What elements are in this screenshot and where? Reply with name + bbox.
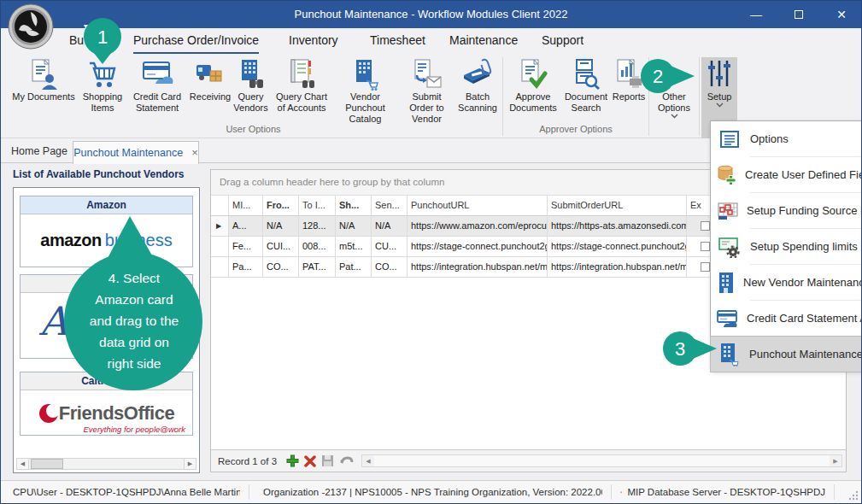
menu-item-new-vendor-maintenance[interactable]: New Vendor Maintenanc	[711, 265, 862, 300]
row-indicator-icon: ▶	[211, 216, 229, 237]
menu-item-setup-spending-limits[interactable]: Setup Spending limits	[711, 229, 862, 264]
submit-order-to-vendor-icon	[410, 57, 444, 91]
setup-sliders-icon	[705, 57, 734, 91]
approve-documents-button[interactable]: Approve Documents	[505, 57, 561, 114]
add-record-icon[interactable]	[286, 454, 299, 467]
grid-header-mi[interactable]: MI...	[229, 196, 263, 216]
cell[interactable]: N/A	[372, 216, 408, 237]
cell[interactable]: m5t...	[336, 237, 372, 257]
cell-punchout-url[interactable]: https://www.amazon.com/eprocur...	[408, 216, 548, 237]
cell[interactable]: 128...	[299, 216, 336, 237]
cell[interactable]: PAT...	[299, 257, 336, 278]
status-separator	[249, 484, 249, 500]
document-search-button[interactable]: Document Search	[561, 57, 611, 114]
vendor-list-title: List of Available Punchout Vendors	[13, 168, 184, 180]
chevron-down-icon	[671, 114, 678, 119]
cell[interactable]: CU...	[372, 237, 408, 257]
menu-item-punchout-maintenance-label: Punchout Maintenance	[749, 348, 862, 360]
cell-punchout-url[interactable]: https://integration.hubspan.net/m...	[408, 257, 548, 278]
maximize-button[interactable]	[788, 8, 810, 21]
approve-documents-icon	[517, 57, 549, 91]
cell-punchout-url[interactable]: https://stage-connect.punchout2g...	[408, 237, 548, 257]
cell[interactable]: N/A	[336, 216, 372, 237]
menu-item-options-label: Options	[750, 132, 789, 145]
submit-order-to-vendor-button[interactable]: Submit Order to Vendor	[399, 57, 454, 125]
vendor-punchout-catalog-button[interactable]: Vendor Punchout Catalog	[331, 57, 399, 125]
cell[interactable]: A...	[229, 216, 263, 237]
scrollbar-thumb[interactable]	[31, 459, 63, 469]
menu-item-setup-funding-source[interactable]: Setup Funding Source Fis	[711, 193, 862, 228]
menu-item-options[interactable]: Options	[711, 121, 862, 156]
chevron-down-icon	[716, 103, 724, 108]
grid-header-submitorderurl[interactable]: SubmitOrderURL	[548, 196, 687, 216]
query-vendors-icon	[235, 57, 267, 91]
menu-item-create-user-defined-field[interactable]: Create User Defined Field	[711, 157, 862, 192]
checkbox[interactable]	[701, 221, 710, 231]
friendsoffice-tagline: Everything for people@work	[84, 425, 185, 434]
tab-close-icon[interactable]: ×	[191, 146, 198, 159]
cell[interactable]: Pat...	[336, 257, 372, 278]
group-label-approver-options: Approver Options	[505, 122, 647, 137]
grid-header-from[interactable]: Fro...	[263, 196, 299, 216]
grid-header-punchouturl[interactable]: PunchoutURL	[408, 196, 548, 216]
cell[interactable]: Fe...	[229, 237, 263, 257]
save-icon[interactable]	[321, 454, 334, 467]
close-button[interactable]: ✕	[830, 8, 853, 21]
checkbox[interactable]	[701, 262, 710, 272]
receiving-label: Receiving	[190, 91, 231, 103]
resize-grip-icon[interactable]	[848, 490, 859, 501]
grid-header-sh[interactable]: Sh...	[336, 196, 372, 216]
query-chart-of-accounts-button[interactable]: Query Chart of Accounts	[272, 57, 331, 114]
cell[interactable]: Pa...	[229, 257, 263, 278]
scroll-right-icon[interactable]: ▶	[830, 455, 841, 466]
grid-hscrollbar[interactable]: ◀ ▶	[361, 454, 842, 467]
status-database: MIP Database Server - DESKTOP-1QSHPDJ	[620, 485, 825, 500]
my-documents-button[interactable]: My Documents	[6, 57, 81, 103]
delete-record-icon[interactable]	[304, 455, 316, 467]
setup-funding-source-icon	[717, 201, 739, 221]
scroll-right-icon[interactable]: ▶	[184, 459, 196, 469]
grid-header-sen[interactable]: Sen...	[372, 196, 408, 216]
vendor-card-amazon-header[interactable]: Amazon	[21, 196, 192, 214]
status-separator	[611, 484, 612, 500]
create-user-defined-field-icon	[717, 164, 737, 186]
receiving-button[interactable]: Receiving	[191, 57, 230, 103]
tab-punchout-maintenance[interactable]: Punchout Maintenance×	[73, 141, 199, 164]
vendor-list-hscrollbar[interactable]: ◀ ▶	[16, 458, 196, 470]
menu-tab-inventory[interactable]: Inventory	[289, 28, 338, 54]
app-logo-icon[interactable]	[8, 3, 55, 54]
minimize-button[interactable]: —	[745, 8, 767, 21]
cell-submitorder-url[interactable]: https://https-ats.amazonsedi.com/...	[548, 216, 687, 237]
submit-order-to-vendor-label: Submit Order to Vendor	[399, 91, 454, 125]
scroll-left-icon[interactable]: ◀	[362, 455, 374, 466]
credit-card-statement-label: Credit Card Statement	[124, 91, 191, 114]
query-vendors-button[interactable]: Query Vendors	[230, 57, 272, 114]
cell[interactable]: N/A	[263, 216, 299, 237]
menu-tab-timesheet[interactable]: Timesheet	[370, 28, 425, 54]
status-user: CPU\User - DESKTOP-1QSHPDJ\Anna Belle Ma…	[8, 485, 240, 500]
menu-item-punchout-maintenance[interactable]: Punchout Maintenance	[711, 337, 862, 372]
credit-card-statement-button[interactable]: Credit Card Statement	[124, 57, 191, 114]
grid-header-to[interactable]: To I...	[299, 196, 336, 216]
tab-home-page[interactable]: Home Page	[8, 141, 71, 163]
cell-submitorder-url[interactable]: https://stage-connect.punchout2g...	[548, 237, 687, 257]
cell[interactable]: 008...	[299, 237, 336, 257]
status-bar: CPU\User - DESKTOP-1QSHPDJ\Anna Belle Ma…	[1, 480, 861, 503]
document-search-label: Document Search	[561, 91, 611, 114]
batch-scanning-button[interactable]: Batch Scanning	[454, 57, 501, 114]
credit-card-statement-icon	[140, 57, 174, 91]
menu-item-setup-funding-source-label: Setup Funding Source Fis	[747, 204, 862, 217]
friendsoffice-crescent-icon	[38, 402, 59, 425]
cell[interactable]: CUI...	[263, 237, 299, 257]
menu-tab-purchase-order-invoice[interactable]: Purchase Order/Invoice	[133, 28, 259, 54]
undo-icon[interactable]	[339, 455, 354, 467]
menu-item-credit-card-statement-automation[interactable]: Credit Card Statement Au	[711, 301, 862, 336]
menu-tab-support[interactable]: Support	[542, 28, 583, 54]
menu-tab-maintenance[interactable]: Maintenance	[449, 28, 518, 54]
cell-submitorder-url[interactable]: https://integration.hubspan.net/m...	[548, 257, 687, 278]
database-icon	[620, 485, 622, 500]
scroll-left-icon[interactable]: ◀	[17, 459, 29, 469]
checkbox[interactable]	[701, 242, 710, 251]
cell[interactable]: CO...	[372, 257, 408, 278]
cell[interactable]: CO...	[263, 257, 299, 278]
